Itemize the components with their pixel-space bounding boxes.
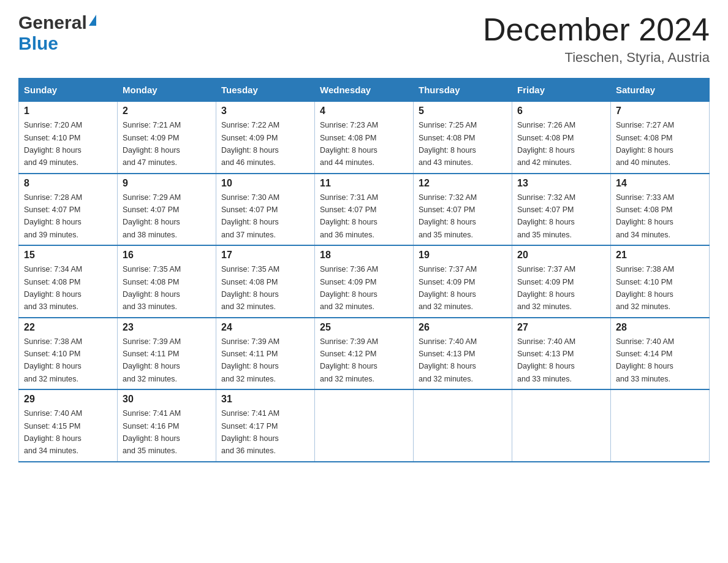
month-title: December 2024	[483, 12, 710, 47]
day-info: Sunrise: 7:38 AMSunset: 4:10 PMDaylight:…	[616, 265, 674, 311]
day-number: 27	[517, 322, 605, 333]
day-cell: 10Sunrise: 7:30 AMSunset: 4:07 PMDayligh…	[216, 174, 315, 246]
day-number: 8	[24, 178, 112, 189]
day-info: Sunrise: 7:40 AMSunset: 4:13 PMDaylight:…	[419, 337, 477, 383]
day-number: 29	[24, 394, 112, 405]
day-info: Sunrise: 7:27 AMSunset: 4:08 PMDaylight:…	[616, 121, 674, 167]
day-cell	[315, 389, 414, 462]
day-number: 4	[320, 105, 408, 117]
day-number: 25	[320, 322, 408, 333]
day-number: 6	[517, 105, 605, 117]
logo-general: General	[18, 12, 87, 33]
day-cell: 1Sunrise: 7:20 AMSunset: 4:10 PMDaylight…	[19, 102, 118, 174]
week-row-1: 1Sunrise: 7:20 AMSunset: 4:10 PMDaylight…	[19, 102, 710, 174]
day-info: Sunrise: 7:35 AMSunset: 4:08 PMDaylight:…	[221, 265, 279, 311]
day-info: Sunrise: 7:20 AMSunset: 4:10 PMDaylight:…	[24, 121, 82, 167]
day-cell: 17Sunrise: 7:35 AMSunset: 4:08 PMDayligh…	[216, 245, 315, 318]
day-number: 16	[123, 250, 211, 261]
day-cell: 23Sunrise: 7:39 AMSunset: 4:11 PMDayligh…	[118, 318, 216, 390]
day-cell: 27Sunrise: 7:40 AMSunset: 4:13 PMDayligh…	[512, 318, 611, 390]
day-number: 15	[24, 250, 112, 261]
day-number: 13	[517, 178, 605, 189]
day-cell: 29Sunrise: 7:40 AMSunset: 4:15 PMDayligh…	[19, 389, 118, 462]
day-cell: 31Sunrise: 7:41 AMSunset: 4:17 PMDayligh…	[216, 389, 315, 462]
week-row-3: 15Sunrise: 7:34 AMSunset: 4:08 PMDayligh…	[19, 245, 710, 318]
day-number: 17	[221, 250, 309, 261]
header-cell-saturday: Saturday	[611, 79, 710, 102]
title-area: December 2024 Tieschen, Styria, Austria	[483, 12, 710, 66]
header-cell-thursday: Thursday	[414, 79, 512, 102]
header-cell-wednesday: Wednesday	[315, 79, 414, 102]
day-info: Sunrise: 7:30 AMSunset: 4:07 PMDaylight:…	[221, 193, 279, 239]
calendar-table: SundayMondayTuesdayWednesdayThursdayFrid…	[18, 78, 710, 462]
day-info: Sunrise: 7:21 AMSunset: 4:09 PMDaylight:…	[123, 121, 181, 167]
calendar-header: SundayMondayTuesdayWednesdayThursdayFrid…	[19, 79, 710, 102]
day-cell: 3Sunrise: 7:22 AMSunset: 4:09 PMDaylight…	[216, 102, 315, 174]
day-info: Sunrise: 7:32 AMSunset: 4:07 PMDaylight:…	[517, 193, 575, 239]
day-cell	[611, 389, 710, 462]
day-cell: 21Sunrise: 7:38 AMSunset: 4:10 PMDayligh…	[611, 245, 710, 318]
day-cell: 11Sunrise: 7:31 AMSunset: 4:07 PMDayligh…	[315, 174, 414, 246]
day-cell: 14Sunrise: 7:33 AMSunset: 4:08 PMDayligh…	[611, 174, 710, 246]
day-info: Sunrise: 7:25 AMSunset: 4:08 PMDaylight:…	[419, 121, 477, 167]
header-cell-sunday: Sunday	[19, 79, 118, 102]
logo-blue: Blue	[18, 33, 58, 53]
day-info: Sunrise: 7:26 AMSunset: 4:08 PMDaylight:…	[517, 121, 575, 167]
header-row: SundayMondayTuesdayWednesdayThursdayFrid…	[19, 79, 710, 102]
day-cell: 2Sunrise: 7:21 AMSunset: 4:09 PMDaylight…	[118, 102, 216, 174]
day-number: 21	[616, 250, 704, 261]
day-info: Sunrise: 7:28 AMSunset: 4:07 PMDaylight:…	[24, 193, 82, 239]
day-number: 23	[123, 322, 211, 333]
day-info: Sunrise: 7:40 AMSunset: 4:15 PMDaylight:…	[24, 409, 82, 455]
day-info: Sunrise: 7:36 AMSunset: 4:09 PMDaylight:…	[320, 265, 378, 311]
day-number: 22	[24, 322, 112, 333]
day-cell: 5Sunrise: 7:25 AMSunset: 4:08 PMDaylight…	[414, 102, 512, 174]
day-info: Sunrise: 7:22 AMSunset: 4:09 PMDaylight:…	[221, 121, 279, 167]
week-row-4: 22Sunrise: 7:38 AMSunset: 4:10 PMDayligh…	[19, 318, 710, 390]
day-info: Sunrise: 7:23 AMSunset: 4:08 PMDaylight:…	[320, 121, 378, 167]
header-cell-monday: Monday	[118, 79, 216, 102]
day-cell: 4Sunrise: 7:23 AMSunset: 4:08 PMDaylight…	[315, 102, 414, 174]
day-cell: 9Sunrise: 7:29 AMSunset: 4:07 PMDaylight…	[118, 174, 216, 246]
day-info: Sunrise: 7:35 AMSunset: 4:08 PMDaylight:…	[123, 265, 181, 311]
day-number: 28	[616, 322, 704, 333]
day-number: 10	[221, 178, 309, 189]
week-row-5: 29Sunrise: 7:40 AMSunset: 4:15 PMDayligh…	[19, 389, 710, 462]
day-cell: 13Sunrise: 7:32 AMSunset: 4:07 PMDayligh…	[512, 174, 611, 246]
day-cell: 6Sunrise: 7:26 AMSunset: 4:08 PMDaylight…	[512, 102, 611, 174]
day-info: Sunrise: 7:39 AMSunset: 4:11 PMDaylight:…	[123, 337, 181, 383]
calendar-body: 1Sunrise: 7:20 AMSunset: 4:10 PMDaylight…	[19, 102, 710, 462]
day-info: Sunrise: 7:31 AMSunset: 4:07 PMDaylight:…	[320, 193, 378, 239]
day-cell: 20Sunrise: 7:37 AMSunset: 4:09 PMDayligh…	[512, 245, 611, 318]
day-number: 14	[616, 178, 704, 189]
day-cell: 24Sunrise: 7:39 AMSunset: 4:11 PMDayligh…	[216, 318, 315, 390]
day-info: Sunrise: 7:40 AMSunset: 4:14 PMDaylight:…	[616, 337, 674, 383]
day-cell: 25Sunrise: 7:39 AMSunset: 4:12 PMDayligh…	[315, 318, 414, 390]
day-info: Sunrise: 7:39 AMSunset: 4:12 PMDaylight:…	[320, 337, 378, 383]
day-number: 1	[24, 105, 112, 117]
day-cell: 12Sunrise: 7:32 AMSunset: 4:07 PMDayligh…	[414, 174, 512, 246]
day-info: Sunrise: 7:33 AMSunset: 4:08 PMDaylight:…	[616, 193, 674, 239]
day-cell: 16Sunrise: 7:35 AMSunset: 4:08 PMDayligh…	[118, 245, 216, 318]
header: General Blue December 2024 Tieschen, Sty…	[18, 12, 710, 66]
day-number: 2	[123, 105, 211, 117]
day-number: 24	[221, 322, 309, 333]
day-number: 7	[616, 105, 704, 117]
day-number: 5	[419, 105, 507, 117]
day-cell: 26Sunrise: 7:40 AMSunset: 4:13 PMDayligh…	[414, 318, 512, 390]
day-number: 11	[320, 178, 408, 189]
day-number: 20	[517, 250, 605, 261]
day-number: 31	[221, 394, 309, 405]
day-number: 26	[419, 322, 507, 333]
day-cell: 19Sunrise: 7:37 AMSunset: 4:09 PMDayligh…	[414, 245, 512, 318]
day-cell: 30Sunrise: 7:41 AMSunset: 4:16 PMDayligh…	[118, 389, 216, 462]
day-info: Sunrise: 7:32 AMSunset: 4:07 PMDaylight:…	[419, 193, 477, 239]
day-cell: 8Sunrise: 7:28 AMSunset: 4:07 PMDaylight…	[19, 174, 118, 246]
day-info: Sunrise: 7:40 AMSunset: 4:13 PMDaylight:…	[517, 337, 575, 383]
logo: General Blue	[18, 12, 96, 54]
day-cell	[512, 389, 611, 462]
day-info: Sunrise: 7:38 AMSunset: 4:10 PMDaylight:…	[24, 337, 82, 383]
week-row-2: 8Sunrise: 7:28 AMSunset: 4:07 PMDaylight…	[19, 174, 710, 246]
day-number: 19	[419, 250, 507, 261]
day-info: Sunrise: 7:39 AMSunset: 4:11 PMDaylight:…	[221, 337, 279, 383]
